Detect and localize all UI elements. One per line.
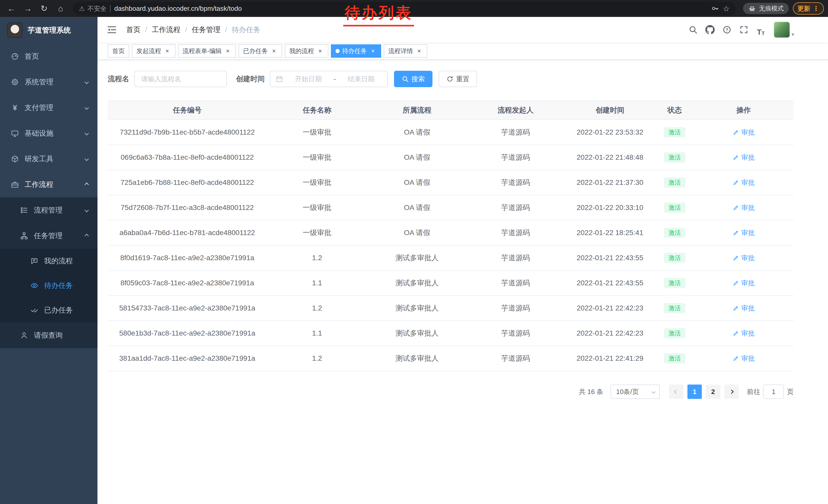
status-cell: 激活 — [656, 245, 694, 270]
close-icon[interactable]: × — [164, 47, 171, 55]
status-cell: 激活 — [656, 120, 694, 145]
task-id-cell: 580e1b3d-7ac8-11ec-a9e2-a2380e71991a — [108, 321, 267, 346]
page-size-select[interactable]: 10条/页 — [611, 384, 660, 399]
task-id-cell: 8f0d1619-7ac8-11ec-a9e2-a2380e71991a — [108, 245, 267, 270]
app-logo-row[interactable]: 芋道管理系统 — [0, 17, 97, 44]
browser-forward-button[interactable]: → — [20, 1, 35, 16]
tab-home[interactable]: 首页 — [108, 44, 129, 58]
close-icon[interactable]: × — [369, 47, 377, 55]
close-icon[interactable]: × — [224, 47, 232, 55]
goto-page-input[interactable] — [763, 384, 784, 399]
tab-done-task[interactable]: 已办任务 × — [239, 44, 282, 58]
breadcrumb-workflow[interactable]: 工作流程 — [152, 25, 180, 35]
status-cell: 激活 — [656, 321, 694, 346]
browser-back-button[interactable]: ← — [4, 1, 18, 16]
sidebar-item-process-management[interactable]: 流程管理 — [0, 197, 97, 223]
todo-task-table: 任务编号 任务名称 所属流程 流程发起人 创建时间 状态 操作 73211d9d… — [108, 100, 794, 371]
status-badge: 激活 — [664, 353, 686, 364]
process-name-input[interactable] — [134, 71, 227, 87]
monitor-icon — [10, 129, 19, 137]
next-page-button[interactable] — [724, 384, 739, 399]
sidebar-item-infrastructure[interactable]: 基础设施 — [0, 121, 97, 146]
approve-link[interactable]: 审批 — [733, 178, 755, 187]
svg-text:?: ? — [726, 28, 728, 32]
col-status: 状态 — [656, 101, 694, 120]
filter-bar: 流程名 创建时间 开始日期 - 结束日期 — [108, 71, 794, 87]
created-time-cell: 2022-01-21 22:42:23 — [564, 321, 656, 346]
tab-process-form-edit[interactable]: 流程表单-编辑 × — [178, 44, 236, 58]
process-cell: OA 请假 — [367, 221, 467, 245]
sidebar-item-leave-query[interactable]: 请假查询 — [0, 322, 97, 348]
status-cell: 激活 — [656, 296, 694, 320]
sidebar-item-my-process[interactable]: 我的流程 — [0, 249, 97, 273]
page-button-1[interactable]: 1 — [688, 384, 702, 399]
task-id-cell: 75d72608-7b7f-11ec-a3c8-acde48001122 — [108, 195, 267, 220]
sidebar-item-done-task[interactable]: 已办任务 — [0, 298, 97, 322]
prev-page-button[interactable] — [669, 384, 683, 399]
status-badge: 激活 — [664, 253, 686, 263]
status-badge: 激活 — [664, 177, 686, 188]
tab-todo-task[interactable]: 待办任务 × — [331, 44, 381, 58]
page-content: 流程名 创建时间 开始日期 - 结束日期 — [97, 60, 828, 504]
approve-link[interactable]: 审批 — [733, 203, 755, 212]
approve-link[interactable]: 审批 — [733, 304, 755, 313]
fullscreen-icon[interactable] — [737, 23, 750, 36]
approve-link[interactable]: 审批 — [733, 228, 755, 237]
dashboard-icon — [10, 52, 19, 60]
not-secure-chip[interactable]: ⚠ 不安全 — [79, 4, 107, 13]
close-icon[interactable]: × — [317, 47, 324, 55]
task-id-cell: 725a1eb6-7b88-11ec-8ef0-acde48001122 — [108, 170, 267, 195]
close-icon[interactable]: × — [271, 47, 278, 55]
tab-start-process[interactable]: 发起流程 × — [132, 44, 175, 58]
browser-home-button[interactable]: ⌂ — [53, 1, 68, 16]
calendar-icon — [276, 75, 283, 83]
font-size-icon[interactable]: TT — [754, 23, 768, 36]
task-id-cell: 73211d9d-7b9b-11ec-b5b7-acde48001122 — [108, 120, 267, 145]
created-time-cell: 2022-01-21 22:41:29 — [564, 346, 656, 371]
search-icon[interactable] — [687, 23, 700, 36]
search-button[interactable]: 搜索 — [394, 71, 432, 87]
sidebar-item-todo-task[interactable]: 待办任务 — [0, 273, 97, 298]
page-button-2[interactable]: 2 — [706, 384, 720, 399]
toolbox-icon — [10, 155, 19, 163]
action-cell: 审批 — [694, 145, 794, 170]
task-name-cell: 一级审批 — [267, 195, 367, 220]
approve-link[interactable]: 审批 — [733, 279, 755, 288]
breadcrumb-task-management[interactable]: 任务管理 — [192, 25, 220, 35]
sidebar-item-devtools[interactable]: 研发工具 — [0, 146, 97, 172]
date-range-picker[interactable]: 开始日期 - 结束日期 — [270, 71, 388, 87]
sidebar-fold-icon[interactable] — [107, 25, 117, 35]
url-text: dashboard.yudao.iocoder.cn/bpm/task/todo — [114, 5, 242, 12]
sidebar-item-home[interactable]: 首页 — [0, 44, 97, 69]
password-key-icon[interactable] — [711, 4, 719, 12]
table-row: 381aa1dd-7ac8-11ec-a9e2-a2380e71991a 1.2… — [108, 346, 794, 371]
approve-link[interactable]: 审批 — [733, 153, 755, 162]
github-icon[interactable] — [703, 23, 717, 36]
reset-button[interactable]: 重置 — [439, 71, 477, 87]
tab-process-detail[interactable]: 流程详情 × — [384, 44, 427, 58]
approve-link[interactable]: 审批 — [733, 128, 755, 137]
approve-link[interactable]: 审批 — [733, 354, 755, 363]
help-icon[interactable]: ? — [720, 23, 734, 36]
table-row: 069c6a63-7b8a-11ec-8ef0-acde48001122 一级审… — [108, 145, 794, 170]
status-cell: 激活 — [656, 346, 694, 371]
user-avatar[interactable]: ▾ — [774, 21, 794, 38]
sidebar-item-task-management[interactable]: 任务管理 — [0, 223, 97, 249]
sidebar-item-workflow[interactable]: 工作流程 — [0, 172, 97, 197]
sidebar-item-system[interactable]: 系统管理 — [0, 69, 97, 95]
tab-my-process[interactable]: 我的流程 × — [285, 44, 328, 58]
sidebar-item-payment[interactable]: ¥ 支付管理 — [0, 95, 97, 121]
bookmark-star-icon[interactable]: ☆ — [723, 4, 730, 13]
close-icon[interactable]: × — [416, 47, 423, 55]
gear-icon — [10, 78, 19, 86]
breadcrumb-home[interactable]: 首页 — [126, 25, 140, 35]
col-task-id: 任务编号 — [108, 101, 267, 120]
browser-update-button[interactable]: 更新 ⋮ — [793, 2, 824, 15]
eye-icon — [30, 281, 39, 290]
chevron-down-icon — [652, 390, 656, 394]
status-cell: 激活 — [656, 145, 694, 170]
browser-refresh-button[interactable]: ↻ — [37, 1, 51, 16]
initiator-cell: 芋道源码 — [467, 221, 564, 245]
approve-link[interactable]: 审批 — [733, 254, 755, 263]
approve-link[interactable]: 审批 — [733, 329, 755, 338]
